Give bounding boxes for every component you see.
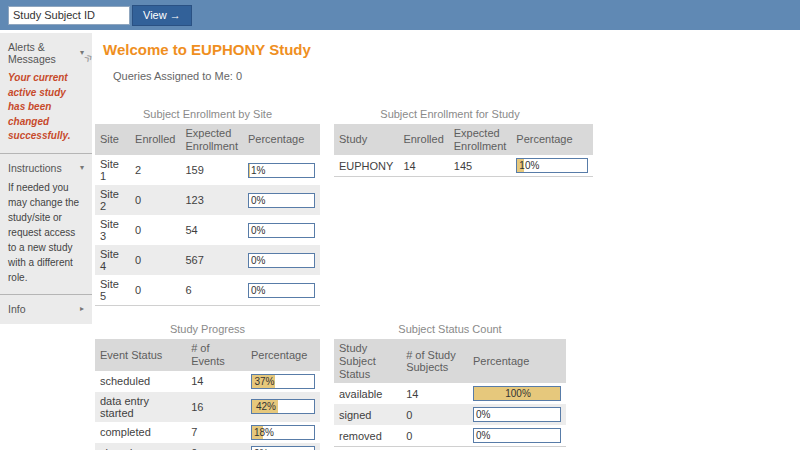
table-row: signed00% bbox=[334, 404, 566, 425]
table-header-row: Study Subject Status# of Study SubjectsP… bbox=[334, 339, 566, 383]
table-cell: Site 1 bbox=[95, 155, 130, 185]
percentage-bar: 10% bbox=[516, 158, 588, 173]
table-header-row: Event Status# of EventsPercentage bbox=[95, 339, 320, 370]
percentage-bar: 1% bbox=[248, 163, 315, 178]
sidebar-item-info[interactable]: Info ▸ bbox=[8, 303, 84, 315]
percentage-bar-fill: 100% bbox=[474, 387, 560, 400]
percentage-label: 0% bbox=[249, 194, 265, 207]
sidebar: Alerts & Messages ▾ Your current active … bbox=[0, 33, 92, 324]
percentage-label: 0% bbox=[474, 429, 490, 442]
table-cell: 0 bbox=[401, 425, 468, 447]
percentage-bar: 0% bbox=[248, 283, 315, 298]
study-subject-id-input[interactable] bbox=[8, 6, 130, 25]
table-title: Subject Status Count bbox=[334, 323, 566, 335]
table-cell: 0 bbox=[130, 275, 180, 306]
page-body: Alerts & Messages ▾ Your current active … bbox=[0, 30, 800, 450]
column-header: Study Subject Status bbox=[334, 339, 401, 383]
table-row: data entry started1642% bbox=[95, 392, 320, 422]
percentage-cell: 0% bbox=[243, 185, 320, 215]
percentage-cell: 37% bbox=[246, 371, 320, 392]
column-header: Enrolled bbox=[398, 124, 448, 155]
table-row: available14100% bbox=[334, 383, 566, 404]
table-cell: 0 bbox=[401, 404, 468, 425]
percentage-bar: 42% bbox=[251, 399, 315, 414]
table-row: Site 121591% bbox=[95, 155, 320, 185]
table-row: signed00% bbox=[95, 443, 320, 450]
table-cell: Site 2 bbox=[95, 185, 130, 215]
table-title: Study Progress bbox=[95, 323, 320, 335]
column-header: Expected Enrollment bbox=[180, 124, 243, 155]
table-cell: 16 bbox=[186, 392, 246, 422]
instructions-label: Instructions bbox=[8, 162, 62, 174]
info-label: Info bbox=[8, 303, 26, 315]
table-row: Site 405670% bbox=[95, 245, 320, 275]
view-button[interactable]: View → bbox=[132, 5, 192, 26]
instructions-text: If needed you may change the study/site … bbox=[8, 180, 84, 285]
column-header: Site bbox=[95, 124, 130, 155]
table-cell: 0 bbox=[130, 245, 180, 275]
chevron-right-icon: ▸ bbox=[80, 305, 84, 313]
table-cell: 0 bbox=[130, 185, 180, 215]
percentage-cell: 10% bbox=[511, 155, 593, 177]
table-cell: 54 bbox=[180, 215, 243, 245]
sidebar-section-alerts: Alerts & Messages ▾ Your current active … bbox=[0, 33, 92, 153]
table-cell: signed bbox=[334, 404, 401, 425]
percentage-bar: 0% bbox=[251, 446, 315, 450]
page-title: Welcome to EUPHONY Study bbox=[103, 41, 800, 58]
sidebar-item-instructions[interactable]: Instructions ▾ bbox=[8, 162, 84, 174]
percentage-cell: 0% bbox=[468, 404, 566, 425]
sidebar-section-instructions: Instructions ▾ If needed you may change … bbox=[0, 153, 92, 294]
table-cell: completed bbox=[95, 422, 186, 443]
table-cell: 159 bbox=[180, 155, 243, 185]
percentage-label: 1% bbox=[249, 164, 265, 177]
percentage-cell: 100% bbox=[468, 383, 566, 404]
table-header-row: StudyEnrolledExpected EnrollmentPercenta… bbox=[334, 124, 593, 155]
percentage-cell: 0% bbox=[243, 275, 320, 306]
column-header: Percentage bbox=[468, 339, 566, 383]
column-header: Percentage bbox=[243, 124, 320, 155]
table-cell: 123 bbox=[180, 185, 243, 215]
percentage-cell: 0% bbox=[243, 245, 320, 275]
percentage-bar: 37% bbox=[251, 374, 315, 389]
percentage-bar: 0% bbox=[248, 193, 315, 208]
percentage-bar-fill: 10% bbox=[517, 159, 524, 172]
enrollment-by-site-table: Subject Enrollment by Site SiteEnrolledE… bbox=[95, 108, 320, 306]
table-cell: data entry started bbox=[95, 392, 186, 422]
column-header: Event Status bbox=[95, 339, 186, 370]
table-title: Subject Enrollment by Site bbox=[95, 108, 320, 120]
percentage-label: 0% bbox=[249, 284, 265, 297]
enrollment-for-study-table: Subject Enrollment for Study StudyEnroll… bbox=[334, 108, 566, 177]
queries-assigned-text: Queries Assigned to Me: 0 bbox=[113, 70, 800, 82]
table-row: scheduled1437% bbox=[95, 371, 320, 392]
table-title: Subject Enrollment for Study bbox=[334, 108, 566, 120]
column-header: # of Study Subjects bbox=[401, 339, 468, 383]
sidebar-item-alerts-messages[interactable]: Alerts & Messages ▾ bbox=[8, 41, 84, 65]
percentage-bar-fill: 1% bbox=[249, 164, 250, 177]
percentage-cell: 42% bbox=[246, 392, 320, 422]
table-cell: 567 bbox=[180, 245, 243, 275]
subject-status-count-table: Subject Status Count Study Subject Statu… bbox=[334, 323, 566, 447]
percentage-label: 100% bbox=[503, 387, 531, 400]
table-cell: 0 bbox=[130, 215, 180, 245]
percentage-cell: 0% bbox=[243, 215, 320, 245]
column-header: Percentage bbox=[246, 339, 320, 370]
table-cell: 7 bbox=[186, 422, 246, 443]
table-row: Site 5060% bbox=[95, 275, 320, 306]
table-cell: Site 3 bbox=[95, 215, 130, 245]
table-row: EUPHONY1414510% bbox=[334, 155, 593, 177]
main-content: Welcome to EUPHONY Study Queries Assigne… bbox=[92, 30, 800, 450]
percentage-cell: 0% bbox=[468, 425, 566, 447]
active-study-alert-text: Your current active study has been chang… bbox=[8, 71, 84, 144]
table-row: completed718% bbox=[95, 422, 320, 443]
sidebar-panel: Alerts & Messages ▾ Your current active … bbox=[0, 33, 92, 324]
table-row: Site 201230% bbox=[95, 185, 320, 215]
table-row: Site 30540% bbox=[95, 215, 320, 245]
table-cell: signed bbox=[95, 443, 186, 450]
percentage-cell: 1% bbox=[243, 155, 320, 185]
percentage-label: 37% bbox=[252, 375, 274, 388]
percentage-bar-fill: 37% bbox=[252, 375, 275, 388]
study-progress-table: Study Progress Event Status# of EventsPe… bbox=[95, 323, 320, 450]
column-header: Expected Enrollment bbox=[449, 124, 512, 155]
table-cell: 6 bbox=[180, 275, 243, 306]
percentage-label: 0% bbox=[474, 408, 490, 421]
